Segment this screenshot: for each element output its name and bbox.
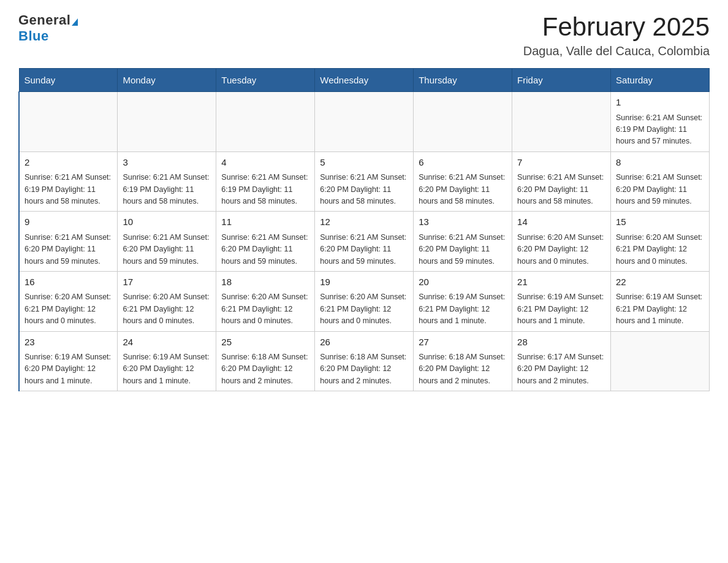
- day-number: 26: [320, 335, 408, 350]
- calendar-cell: 12Sunrise: 6:21 AM Sunset: 6:20 PM Dayli…: [315, 212, 414, 272]
- day-number: 7: [517, 156, 605, 170]
- day-info: Sunrise: 6:21 AM Sunset: 6:20 PM Dayligh…: [221, 232, 309, 267]
- calendar-cell: 10Sunrise: 6:21 AM Sunset: 6:20 PM Dayli…: [118, 212, 216, 272]
- day-number: 2: [25, 156, 112, 170]
- day-info: Sunrise: 6:21 AM Sunset: 6:20 PM Dayligh…: [320, 232, 408, 267]
- day-info: Sunrise: 6:19 AM Sunset: 6:21 PM Dayligh…: [616, 291, 704, 327]
- day-info: Sunrise: 6:21 AM Sunset: 6:20 PM Dayligh…: [320, 172, 408, 207]
- day-info: Sunrise: 6:20 AM Sunset: 6:21 PM Dayligh…: [221, 291, 309, 327]
- calendar-cell: 3Sunrise: 6:21 AM Sunset: 6:19 PM Daylig…: [118, 151, 216, 212]
- calendar-cell: [216, 92, 315, 152]
- calendar-cell: 9Sunrise: 6:21 AM Sunset: 6:20 PM Daylig…: [19, 212, 118, 272]
- day-info: Sunrise: 6:21 AM Sunset: 6:20 PM Dayligh…: [517, 172, 605, 207]
- logo-general-text: General: [18, 12, 70, 28]
- day-info: Sunrise: 6:21 AM Sunset: 6:19 PM Dayligh…: [616, 112, 704, 148]
- calendar-cell: [414, 92, 512, 152]
- calendar-cell: 6Sunrise: 6:21 AM Sunset: 6:20 PM Daylig…: [414, 151, 512, 212]
- subtitle: Dagua, Valle del Cauca, Colombia: [523, 44, 710, 58]
- day-number: 5: [320, 156, 408, 170]
- calendar-cell: 13Sunrise: 6:21 AM Sunset: 6:20 PM Dayli…: [414, 212, 512, 272]
- day-number: 13: [419, 215, 507, 229]
- day-number: 1: [616, 96, 704, 110]
- calendar-cell: 18Sunrise: 6:20 AM Sunset: 6:21 PM Dayli…: [216, 271, 315, 331]
- calendar-week-row: 16Sunrise: 6:20 AM Sunset: 6:21 PM Dayli…: [19, 271, 710, 331]
- calendar-week-row: 2Sunrise: 6:21 AM Sunset: 6:19 PM Daylig…: [19, 151, 710, 212]
- calendar-week-row: 9Sunrise: 6:21 AM Sunset: 6:20 PM Daylig…: [19, 212, 710, 272]
- day-number: 3: [123, 156, 211, 170]
- day-number: 8: [616, 156, 704, 170]
- day-info: Sunrise: 6:21 AM Sunset: 6:20 PM Dayligh…: [616, 172, 704, 207]
- calendar-cell: [19, 92, 118, 152]
- day-info: Sunrise: 6:20 AM Sunset: 6:21 PM Dayligh…: [25, 291, 112, 327]
- calendar-cell: 16Sunrise: 6:20 AM Sunset: 6:21 PM Dayli…: [19, 271, 118, 331]
- calendar-header-row: SundayMondayTuesdayWednesdayThursdayFrid…: [19, 69, 710, 92]
- calendar-cell: 20Sunrise: 6:19 AM Sunset: 6:21 PM Dayli…: [414, 271, 512, 331]
- calendar-header-tuesday: Tuesday: [216, 69, 315, 92]
- calendar-cell: [611, 331, 710, 391]
- calendar-cell: 7Sunrise: 6:21 AM Sunset: 6:20 PM Daylig…: [512, 151, 611, 212]
- calendar-cell: 28Sunrise: 6:17 AM Sunset: 6:20 PM Dayli…: [512, 331, 611, 391]
- calendar-cell: 27Sunrise: 6:18 AM Sunset: 6:20 PM Dayli…: [414, 331, 512, 391]
- day-info: Sunrise: 6:17 AM Sunset: 6:20 PM Dayligh…: [517, 351, 605, 387]
- calendar-cell: 17Sunrise: 6:20 AM Sunset: 6:21 PM Dayli…: [118, 271, 216, 331]
- calendar-cell: 22Sunrise: 6:19 AM Sunset: 6:21 PM Dayli…: [611, 271, 710, 331]
- calendar-cell: 4Sunrise: 6:21 AM Sunset: 6:19 PM Daylig…: [216, 151, 315, 212]
- calendar-header-friday: Friday: [512, 69, 611, 92]
- day-number: 17: [123, 275, 211, 289]
- calendar-cell: 2Sunrise: 6:21 AM Sunset: 6:19 PM Daylig…: [19, 151, 118, 212]
- day-info: Sunrise: 6:19 AM Sunset: 6:20 PM Dayligh…: [123, 351, 211, 387]
- calendar-cell: 24Sunrise: 6:19 AM Sunset: 6:20 PM Dayli…: [118, 331, 216, 391]
- logo-top-line: General: [18, 12, 78, 28]
- day-info: Sunrise: 6:20 AM Sunset: 6:20 PM Dayligh…: [517, 232, 605, 267]
- day-number: 9: [25, 215, 112, 229]
- day-info: Sunrise: 6:21 AM Sunset: 6:20 PM Dayligh…: [123, 232, 211, 267]
- day-info: Sunrise: 6:18 AM Sunset: 6:20 PM Dayligh…: [221, 351, 309, 387]
- calendar-table: SundayMondayTuesdayWednesdayThursdayFrid…: [18, 68, 710, 391]
- page-header: General Blue February 2025 Dagua, Valle …: [18, 12, 710, 58]
- day-number: 27: [419, 335, 507, 350]
- calendar-cell: 26Sunrise: 6:18 AM Sunset: 6:20 PM Dayli…: [315, 331, 414, 391]
- day-number: 16: [25, 275, 112, 289]
- calendar-cell: 25Sunrise: 6:18 AM Sunset: 6:20 PM Dayli…: [216, 331, 315, 391]
- day-number: 18: [221, 275, 309, 289]
- day-info: Sunrise: 6:21 AM Sunset: 6:20 PM Dayligh…: [419, 232, 507, 267]
- day-info: Sunrise: 6:21 AM Sunset: 6:20 PM Dayligh…: [25, 232, 112, 267]
- day-number: 24: [123, 335, 211, 350]
- day-number: 10: [123, 215, 211, 229]
- day-info: Sunrise: 6:18 AM Sunset: 6:20 PM Dayligh…: [419, 351, 507, 387]
- day-number: 15: [616, 215, 704, 229]
- day-number: 21: [517, 275, 605, 289]
- logo-triangle-icon: [72, 18, 78, 26]
- calendar-cell: [512, 92, 611, 152]
- day-number: 20: [419, 275, 507, 289]
- day-number: 12: [320, 215, 408, 229]
- calendar-cell: 19Sunrise: 6:20 AM Sunset: 6:21 PM Dayli…: [315, 271, 414, 331]
- day-info: Sunrise: 6:19 AM Sunset: 6:21 PM Dayligh…: [517, 291, 605, 327]
- day-info: Sunrise: 6:19 AM Sunset: 6:20 PM Dayligh…: [25, 351, 112, 387]
- calendar-cell: 5Sunrise: 6:21 AM Sunset: 6:20 PM Daylig…: [315, 151, 414, 212]
- day-number: 25: [221, 335, 309, 350]
- calendar-cell: 14Sunrise: 6:20 AM Sunset: 6:20 PM Dayli…: [512, 212, 611, 272]
- day-number: 19: [320, 275, 408, 289]
- calendar-cell: 21Sunrise: 6:19 AM Sunset: 6:21 PM Dayli…: [512, 271, 611, 331]
- day-info: Sunrise: 6:20 AM Sunset: 6:21 PM Dayligh…: [320, 291, 408, 327]
- calendar-cell: 15Sunrise: 6:20 AM Sunset: 6:21 PM Dayli…: [611, 212, 710, 272]
- day-number: 4: [221, 156, 309, 170]
- day-number: 6: [419, 156, 507, 170]
- title-section: February 2025 Dagua, Valle del Cauca, Co…: [523, 12, 710, 58]
- day-info: Sunrise: 6:20 AM Sunset: 6:21 PM Dayligh…: [616, 232, 704, 267]
- calendar-header-sunday: Sunday: [19, 69, 118, 92]
- day-info: Sunrise: 6:21 AM Sunset: 6:20 PM Dayligh…: [419, 172, 507, 207]
- day-number: 11: [221, 215, 309, 229]
- calendar-cell: [118, 92, 216, 152]
- day-info: Sunrise: 6:21 AM Sunset: 6:19 PM Dayligh…: [123, 172, 211, 207]
- calendar-week-row: 23Sunrise: 6:19 AM Sunset: 6:20 PM Dayli…: [19, 331, 710, 391]
- calendar-header-wednesday: Wednesday: [315, 69, 414, 92]
- day-number: 23: [25, 335, 112, 350]
- day-info: Sunrise: 6:21 AM Sunset: 6:19 PM Dayligh…: [25, 172, 112, 207]
- day-number: 14: [517, 215, 605, 229]
- day-number: 28: [517, 335, 605, 350]
- day-info: Sunrise: 6:18 AM Sunset: 6:20 PM Dayligh…: [320, 351, 408, 387]
- calendar-cell: 11Sunrise: 6:21 AM Sunset: 6:20 PM Dayli…: [216, 212, 315, 272]
- calendar-cell: [315, 92, 414, 152]
